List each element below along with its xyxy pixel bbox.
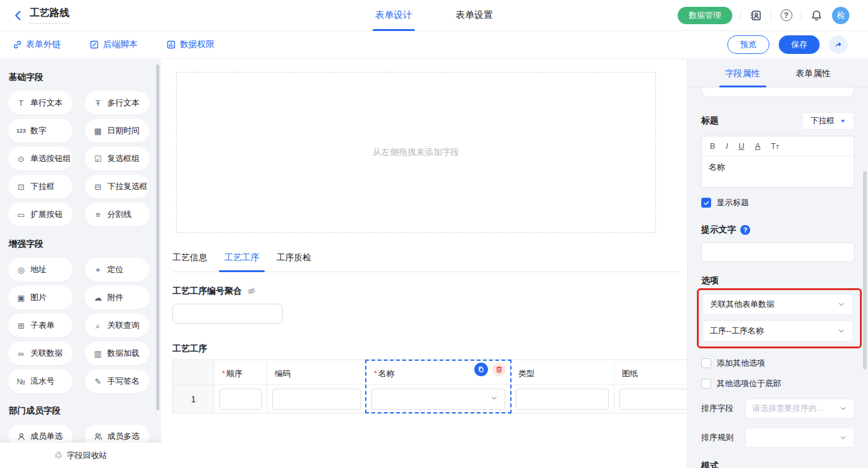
drop-zone[interactable]: 从左侧拖拽来添加字段 [176,72,656,233]
panel-tabs: 字段属性表单属性 [688,60,868,87]
cell-input[interactable] [219,389,262,410]
canvas-tab-3[interactable]: 工序质检 [277,249,311,272]
palette-item-label: 流水号 [30,376,55,387]
palette-item[interactable]: ▦日期时间 [85,119,149,143]
field-type-select[interactable]: 下拉框 [802,112,854,130]
subtable-column-2: 编码 [267,360,366,413]
editor-tool-b[interactable]: B [710,141,715,151]
form-toolbar: 表单外链后端脚本数据权限 预览 保存 [0,31,868,59]
share-button[interactable] [829,35,848,54]
palette-item[interactable]: ✎手写签名 [85,369,149,393]
palette-item[interactable]: ▣图片 [8,286,73,309]
palette-item-label: 下拉框 [30,181,55,192]
top-header: 工艺路线 表单设计表单设置 数据管理 ? 检 [0,0,868,31]
panel-tab-2[interactable]: 表单属性 [796,60,831,87]
palette-item[interactable]: ☑复选框组 [85,147,149,170]
preview-button[interactable]: 预览 [727,35,769,54]
data-manage-button[interactable]: 数据管理 [678,7,732,24]
cell-input[interactable] [619,389,687,410]
palette-item[interactable]: ⌕关联查询 [85,314,149,337]
title-editor-area[interactable]: 名称 [702,156,854,187]
hint-input[interactable] [701,242,854,262]
palette-item[interactable]: ▭扩展按钮 [8,203,73,226]
toolbar-link-1[interactable]: 表单外链 [12,39,61,50]
toolbar-link-2[interactable]: 后端脚本 [89,39,138,50]
show-title-checkbox[interactable] [701,198,711,208]
radio-group-icon: ⊙ [16,155,26,163]
back-button[interactable] [12,10,24,21]
palette-item[interactable]: ▥数据加载 [85,342,149,365]
options-label: 选项 [701,275,854,286]
panel-tab-1[interactable]: 字段属性 [725,60,760,87]
palette-item[interactable]: ⊟下拉复选框 [85,175,149,198]
avatar[interactable]: 检 [832,7,849,24]
sort-field-select[interactable]: 请选择需要排序的... [745,399,854,418]
separator [801,11,802,20]
palette-item[interactable]: Ŧ多行文本 [85,91,149,115]
selected-column-actions [474,363,506,376]
editor-tool-a[interactable]: A [755,141,761,151]
canvas-tab-2[interactable]: 工艺工序 [224,249,259,272]
palette-item[interactable]: ≡分割线 [85,203,149,226]
palette-item[interactable]: T单行文本 [8,91,73,115]
palette-item[interactable]: ∞关联数据 [8,342,73,365]
delete-column-button[interactable] [492,363,506,376]
palette-item[interactable]: ⌖定位 [85,258,149,281]
palette-group-title: 部门成员字段 [9,405,161,417]
show-title-row[interactable]: 显示标题 [701,197,854,208]
field-recycle-bin[interactable]: ♲ 字段回收站 [0,443,161,468]
column-body-cell [366,385,510,413]
palette-grid: T单行文本Ŧ多行文本123数字▦日期时间⊙单选按钮组☑复选框组⊡下拉框⊟下拉复选… [8,91,161,226]
caret-down-icon [839,118,846,125]
palette-item[interactable]: ⊞子表单 [8,314,73,337]
contacts-icon[interactable] [749,9,763,22]
page-title[interactable]: 工艺路线 [30,7,69,24]
agg-field[interactable]: 工艺工序编号聚合 [172,286,687,324]
palette-group-title: 基础字段 [9,72,161,83]
clipped-field-input[interactable] [701,87,854,97]
option-checkbox-1[interactable] [701,358,711,368]
help-icon[interactable]: ? [779,9,793,22]
palette-item[interactable]: 123数字 [8,119,73,143]
column-body-cell [267,385,366,413]
option-checkbox-row-2[interactable]: 其他选项位于底部 [701,378,854,389]
palette-group-title: 增强字段 [9,239,161,250]
toolbar-link-3[interactable]: 数据权限 [166,39,215,50]
subtable-index-column: 1 [173,360,215,413]
question-icon[interactable] [740,225,750,235]
multi-line-text-icon: Ŧ [93,99,103,107]
agg-field-input[interactable] [172,304,283,324]
cell-input[interactable] [516,389,609,410]
palette-item[interactable]: ◎地址 [8,258,73,281]
canvas-tab-1[interactable]: 工艺信息 [172,249,207,272]
palette-item[interactable]: №流水号 [8,369,73,393]
cell-input[interactable] [272,389,361,410]
bell-icon[interactable] [810,9,823,22]
column-header-cell: 类型 [511,360,614,385]
palette-item-label: 手写签名 [107,376,140,387]
copy-column-button[interactable] [474,363,488,376]
option-select-2[interactable]: 工序--工序名称 [702,320,853,342]
editor-tool-u[interactable]: U [738,141,744,151]
sort-rule-label: 排序规则 [701,432,733,443]
option-checkbox-row-1[interactable]: 添加其他选项 [701,358,854,369]
sort-rule-select[interactable] [745,428,854,448]
save-button[interactable]: 保存 [779,35,820,54]
show-title-label: 显示标题 [717,197,749,208]
cell-select[interactable] [371,389,505,410]
editor-tool-t[interactable]: T [771,141,779,151]
palette-item[interactable]: ⊡下拉框 [8,175,73,198]
header-tab-1[interactable]: 表单设计 [375,0,412,31]
palette-item[interactable]: ⊙单选按钮组 [8,147,73,170]
option-select-1[interactable]: 关联其他表单数据 [702,294,853,315]
header-left: 工艺路线 [12,7,69,24]
option-checkbox-2[interactable] [701,379,711,389]
editor-toolbar: BIUAT [702,136,854,156]
sidebar-scrollbar[interactable] [156,64,159,410]
editor-tool-i[interactable]: I [726,141,728,151]
column-body-cell [614,385,687,413]
palette-item[interactable]: ☁附件 [85,286,149,309]
option-select-value: 关联其他表单数据 [710,299,774,310]
header-tab-2[interactable]: 表单设置 [456,0,493,31]
panel-scrollbar[interactable] [863,171,867,369]
